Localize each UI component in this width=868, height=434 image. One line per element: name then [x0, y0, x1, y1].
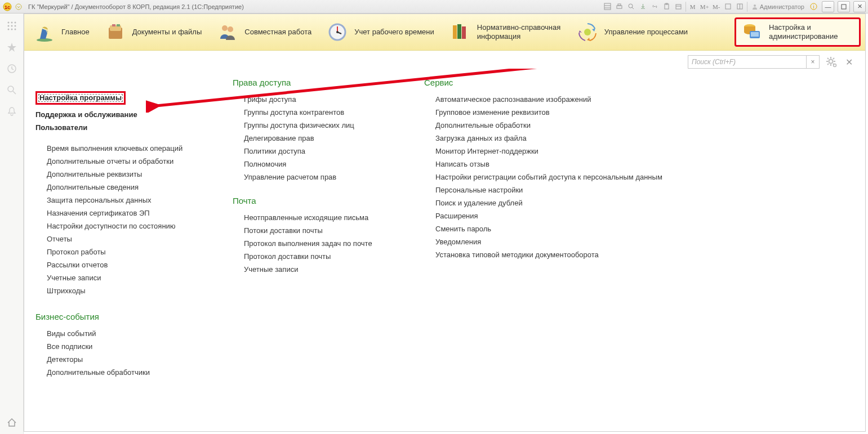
list-item[interactable]: Монитор Интернет-поддержки [424, 145, 662, 158]
list-item[interactable]: Дополнительные обработки [424, 119, 662, 132]
list-item[interactable]: Защита персональных данных [35, 194, 199, 207]
list-item[interactable]: Рассылки отчетов [35, 258, 199, 271]
list-item[interactable]: Группы доступа контрагентов [233, 106, 390, 119]
list-item[interactable]: Дополнительные реквизиты [35, 168, 199, 181]
bold-support[interactable]: Поддержка и обслуживание [35, 108, 199, 121]
tb-calendar-icon[interactable] [674, 2, 684, 12]
settings-gear-icon[interactable] [825, 56, 838, 68]
window-close-button[interactable]: ✕ [853, 1, 866, 12]
list-item[interactable]: Автоматическое распознавание изображений [424, 93, 662, 106]
panel-close-button[interactable]: ✕ [843, 57, 855, 68]
list-item[interactable]: Групповое изменение реквизитов [424, 106, 662, 119]
svg-point-30 [11, 29, 12, 30]
list-item[interactable]: Учетные записи [35, 271, 199, 284]
search-input[interactable] [688, 55, 806, 69]
nav-item-main[interactable]: Главное [29, 17, 95, 47]
tb-grid-icon[interactable] [603, 2, 613, 12]
list-item[interactable]: Группы доступа физических лиц [233, 119, 390, 132]
list-item[interactable]: Персональные настройки [424, 184, 662, 196]
tb-search-icon[interactable] [626, 2, 636, 12]
bold-users[interactable]: Пользователи [35, 121, 199, 134]
tb-info-icon[interactable]: i [808, 2, 818, 12]
side-star-icon[interactable] [5, 41, 19, 54]
dropdown-arrow-icon[interactable] [14, 2, 24, 12]
col1-block1: Время выполнения ключевых операцийДополн… [35, 142, 199, 297]
tb-box2-icon[interactable] [735, 2, 745, 12]
process-arrows-icon [577, 22, 598, 42]
nav-item-settings[interactable]: Настройка и администрирование [735, 17, 861, 47]
nav-item-documents[interactable]: Документы и файлы [100, 17, 208, 47]
svg-rect-7 [618, 4, 621, 6]
side-bell-icon[interactable] [5, 105, 19, 118]
program-settings-highlight[interactable]: Настройка программы [35, 91, 126, 105]
side-search-icon[interactable] [5, 83, 19, 97]
list-item[interactable]: Неотправленные исходящие письма [233, 211, 390, 224]
list-item[interactable]: Назначения сертификатов ЭП [35, 207, 199, 220]
nav-item-processes[interactable]: Управление процессами [572, 17, 693, 47]
tb-m-plus-button[interactable]: M+ [700, 2, 710, 12]
list-item[interactable]: Установка типовой методики документообор… [424, 248, 662, 261]
list-item[interactable]: Делегирование прав [233, 132, 390, 145]
list-item[interactable]: Уведомления [424, 235, 662, 248]
list-item[interactable]: Поиск и удаление дублей [424, 196, 662, 209]
col1-section-business-events: Бизнес-события Виды событийВсе подпискиД… [35, 312, 199, 379]
list-item[interactable]: Сменить пароль [424, 222, 662, 235]
list-item[interactable]: Дополнительные обработчики [35, 366, 199, 379]
tb-clipboard-icon[interactable] [662, 2, 672, 12]
list-item[interactable]: Политики доступа [233, 145, 390, 158]
list-item[interactable]: Протокол доставки почты [233, 250, 390, 263]
list-item[interactable]: Грифы доступа [233, 93, 390, 106]
list-item[interactable]: Отчеты [35, 232, 199, 245]
tb-download-icon[interactable] [638, 2, 648, 12]
svg-line-58 [827, 58, 829, 59]
list-item[interactable]: Настройки регистрации событий доступа к … [424, 171, 662, 184]
tb-link-icon[interactable] [650, 2, 660, 12]
list-item[interactable]: Загрузка данных из файла [424, 132, 662, 145]
nav-item-reference-info[interactable]: Нормативно-справочная информация [444, 17, 567, 47]
list-item[interactable]: Полномочия [233, 158, 390, 171]
side-home-icon[interactable] [5, 416, 19, 429]
list-item[interactable]: Написать отзыв [424, 158, 662, 171]
app-logo-icon: 1c [2, 2, 12, 12]
list-item[interactable]: Протокол работы [35, 245, 199, 258]
tb-box1-icon[interactable] [723, 2, 733, 12]
nav-item-time-tracking[interactable]: Учет рабочего времени [322, 17, 440, 47]
list-item[interactable]: Дополнительные отчеты и обработки [35, 155, 199, 168]
admin-indicator[interactable]: Администратор [749, 3, 807, 10]
list-item[interactable]: Дополнительные сведения [35, 181, 199, 194]
tb-print-icon[interactable] [615, 2, 625, 12]
list-item[interactable]: Детекторы [35, 353, 199, 366]
list-item[interactable]: Виды событий [35, 327, 199, 340]
tb-m-button[interactable]: M [688, 2, 698, 12]
list-item[interactable]: Учетные записи [233, 263, 390, 276]
list-item[interactable]: Штрихкоды [35, 284, 199, 297]
window-maximize-button[interactable] [838, 1, 850, 12]
search-row: × ✕ [24, 51, 865, 69]
side-apps-icon[interactable] [5, 19, 19, 33]
svg-rect-46 [453, 25, 457, 39]
side-history-icon[interactable] [5, 62, 19, 75]
window-minimize-button[interactable]: — [822, 1, 834, 12]
list-item[interactable]: Время выполнения ключевых операций [35, 142, 199, 155]
list-item[interactable]: Расширения [424, 209, 662, 222]
svg-text:1c: 1c [5, 5, 10, 10]
server-monitor-icon [742, 22, 762, 42]
nav-label: Нормативно-справочная информация [477, 23, 562, 41]
svg-point-28 [14, 25, 16, 27]
search-clear-button[interactable]: × [806, 55, 820, 69]
list-item[interactable]: Настройки доступности по состоянию [35, 220, 199, 232]
col2-section-access: Права доступа Грифы доступаГруппы доступ… [233, 78, 390, 184]
nav-label: Учет рабочего времени [354, 28, 434, 37]
svg-text:i: i [813, 4, 814, 10]
folder-files-icon [105, 22, 126, 42]
list-item[interactable]: Управление расчетом прав [233, 171, 390, 184]
svg-point-23 [7, 22, 9, 24]
list-item[interactable]: Потоки доставки почты [233, 224, 390, 237]
nav-item-collaboration[interactable]: Совместная работа [212, 17, 317, 47]
svg-point-49 [584, 29, 591, 35]
svg-rect-47 [457, 24, 461, 39]
list-item[interactable]: Все подписки [35, 340, 199, 353]
svg-point-53 [829, 60, 833, 64]
tb-m-minus-button[interactable]: M- [711, 2, 722, 12]
list-item[interactable]: Протокол выполнения задач по почте [233, 237, 390, 250]
